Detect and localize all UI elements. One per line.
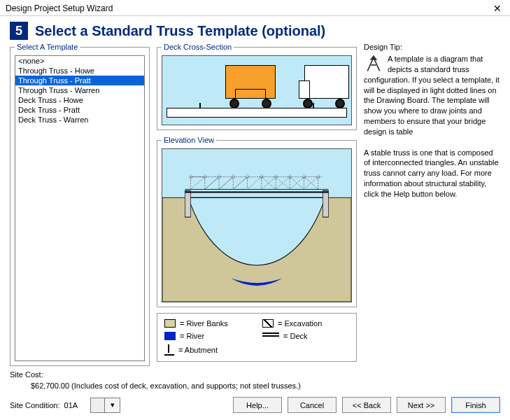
list-item[interactable]: Deck Truss - Warren <box>15 115 144 125</box>
legend-river: = River <box>164 332 248 340</box>
deck-legend: Deck Cross-Section <box>162 43 234 51</box>
diagram-legend: = River Banks = Excavation = River = Dec… <box>157 313 357 362</box>
site-cost-value: $62,700.00 (Includes cost of deck, excav… <box>10 379 500 390</box>
window-title: Design Project Setup Wizard <box>6 4 113 13</box>
elevation-legend: Elevation View <box>162 136 216 144</box>
wizard-header: 5 Select a Standard Truss Template (opti… <box>0 16 510 43</box>
swatch-abutment-icon <box>164 344 174 356</box>
swatch-excavation-icon <box>262 319 274 328</box>
close-icon[interactable]: ✕ <box>490 3 504 14</box>
list-item[interactable]: <none> <box>15 56 144 66</box>
back-button[interactable]: << Back <box>342 397 391 413</box>
list-item[interactable]: Through Truss - Warren <box>15 85 144 95</box>
svg-rect-2 <box>323 190 329 217</box>
template-legend: Select A Template <box>15 43 80 51</box>
design-tip-body: A template is a diagram that depicts a s… <box>364 54 500 200</box>
swatch-river-icon <box>164 332 176 340</box>
step-number: 5 <box>10 22 28 40</box>
deck-cross-section-diagram <box>162 55 352 125</box>
elevation-view-panel: Elevation View <box>157 136 357 307</box>
list-item[interactable]: Deck Truss - Howe <box>15 95 144 105</box>
site-condition-label: Site Condition: <box>10 401 60 410</box>
legend-river-banks: = River Banks <box>164 319 248 328</box>
site-condition-value: 01A <box>64 401 78 410</box>
svg-rect-1 <box>185 190 190 217</box>
list-item[interactable]: Deck Truss - Pratt <box>15 105 144 115</box>
list-item[interactable]: Through Truss - Pratt <box>15 76 144 85</box>
legend-excavation: = Excavation <box>262 319 346 328</box>
site-condition-dropdown[interactable]: ▾ <box>90 398 120 413</box>
compass-icon <box>364 54 383 74</box>
swatch-deck-icon <box>262 332 279 340</box>
page-title: Select a Standard Truss Template (option… <box>35 23 325 39</box>
site-cost-label: Site Cost: <box>10 370 500 379</box>
titlebar: Design Project Setup Wizard ✕ <box>0 0 510 16</box>
cancel-button[interactable]: Cancel <box>288 397 337 413</box>
elevation-diagram <box>162 148 352 302</box>
finish-button[interactable]: Finish <box>451 397 500 413</box>
swatch-banks-icon <box>164 319 176 328</box>
template-listbox[interactable]: <none> Through Truss - Howe Through Trus… <box>15 55 145 361</box>
list-item[interactable]: Through Truss - Howe <box>15 66 144 76</box>
design-tip-label: Design Tip: <box>364 43 500 51</box>
template-panel: Select A Template <none> Through Truss -… <box>10 43 150 366</box>
deck-cross-section-panel: Deck Cross-Section <box>157 43 357 130</box>
legend-deck: = Deck <box>262 332 346 340</box>
legend-abutment: = Abutment <box>164 344 248 356</box>
chevron-down-icon[interactable]: ▾ <box>104 398 120 412</box>
help-button[interactable]: Help... <box>233 397 282 413</box>
next-button[interactable]: Next >> <box>397 397 446 413</box>
